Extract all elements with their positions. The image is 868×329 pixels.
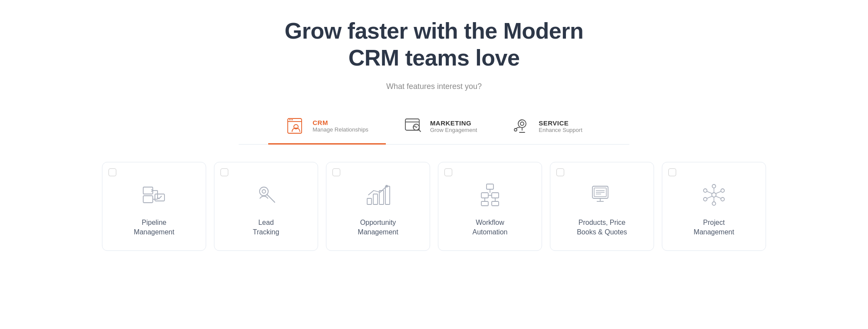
lead-icon — [251, 180, 281, 210]
svg-rect-29 — [492, 193, 499, 198]
project-icon — [699, 180, 729, 210]
feature-cards: Pipeline Management Lead Tracking — [87, 162, 781, 251]
workflow-icon — [475, 180, 505, 210]
svg-point-10 — [520, 122, 524, 125]
tab-service[interactable]: SERVICE Enhance Support — [494, 109, 599, 144]
marketing-tab-text: MARKETING Grow Engagement — [430, 119, 477, 133]
svg-line-8 — [418, 129, 421, 132]
project-checkbox[interactable] — [668, 168, 676, 176]
svg-point-25 — [385, 185, 388, 188]
svg-rect-21 — [367, 198, 372, 204]
card-lead[interactable]: Lead Tracking — [214, 162, 318, 251]
products-icon — [587, 180, 617, 210]
tab-crm[interactable]: CRM Manage Relationships — [268, 109, 386, 145]
svg-point-49 — [704, 189, 707, 192]
pipeline-checkbox[interactable] — [108, 168, 116, 176]
svg-rect-32 — [481, 201, 488, 206]
tab-marketing[interactable]: MARKETING Grow Engagement — [386, 109, 494, 144]
service-tab-text: SERVICE Enhance Support — [539, 119, 582, 133]
svg-point-43 — [712, 193, 716, 197]
page-title: Grow faster with the Modern CRM teams lo… — [285, 17, 584, 72]
svg-line-55 — [707, 191, 712, 194]
svg-rect-28 — [481, 193, 488, 198]
opportunity-icon — [363, 180, 393, 210]
svg-point-45 — [721, 189, 724, 192]
workflow-label: Workflow Automation — [473, 218, 508, 237]
service-icon — [512, 116, 533, 137]
svg-line-51 — [716, 191, 721, 194]
crm-tab-text: CRM Manage Relationships — [312, 119, 368, 133]
svg-line-54 — [707, 196, 712, 198]
products-label: Products, Price Books & Quotes — [577, 218, 627, 237]
service-tab-label: SERVICE — [539, 119, 582, 127]
svg-line-52 — [716, 196, 721, 198]
lead-checkbox[interactable] — [220, 168, 228, 176]
marketing-tab-label: MARKETING — [430, 119, 477, 127]
crm-tab-label: CRM — [312, 119, 368, 126]
card-opportunity[interactable]: Opportunity Management — [326, 162, 430, 251]
svg-rect-24 — [385, 186, 390, 204]
svg-point-48 — [704, 197, 707, 201]
crm-icon — [286, 115, 306, 136]
svg-rect-26 — [487, 184, 493, 189]
svg-rect-22 — [373, 194, 378, 204]
pipeline-label: Pipeline Management — [134, 218, 174, 237]
workflow-checkbox[interactable] — [444, 168, 452, 176]
opportunity-checkbox[interactable] — [332, 168, 340, 176]
project-label: Project Management — [694, 218, 734, 237]
svg-rect-33 — [492, 201, 499, 206]
svg-point-19 — [262, 190, 266, 193]
card-project[interactable]: Project Management — [662, 162, 766, 251]
page-subtitle: What features interest you? — [386, 82, 482, 91]
svg-point-11 — [514, 128, 517, 131]
svg-rect-23 — [379, 191, 384, 204]
marketing-icon — [403, 116, 424, 137]
marketing-tab-sublabel: Grow Engagement — [430, 127, 477, 133]
opportunity-label: Opportunity Management — [358, 218, 398, 237]
card-pipeline[interactable]: Pipeline Management — [102, 162, 206, 251]
svg-point-47 — [712, 202, 716, 205]
service-tab-sublabel: Enhance Support — [539, 127, 582, 133]
svg-rect-12 — [143, 187, 153, 194]
lead-label: Lead Tracking — [253, 218, 279, 237]
crm-tab-sublabel: Manage Relationships — [312, 126, 368, 133]
products-checkbox[interactable] — [556, 168, 564, 176]
svg-point-44 — [712, 184, 716, 188]
page-container: Grow faster with the Modern CRM teams lo… — [87, 17, 781, 251]
tabs-container: CRM Manage Relationships MARKETING Grow … — [239, 109, 629, 145]
card-products[interactable]: Products, Price Books & Quotes — [550, 162, 654, 251]
svg-rect-13 — [143, 196, 153, 203]
svg-point-46 — [721, 197, 724, 201]
pipeline-icon — [139, 180, 169, 210]
card-workflow[interactable]: Workflow Automation — [438, 162, 542, 251]
